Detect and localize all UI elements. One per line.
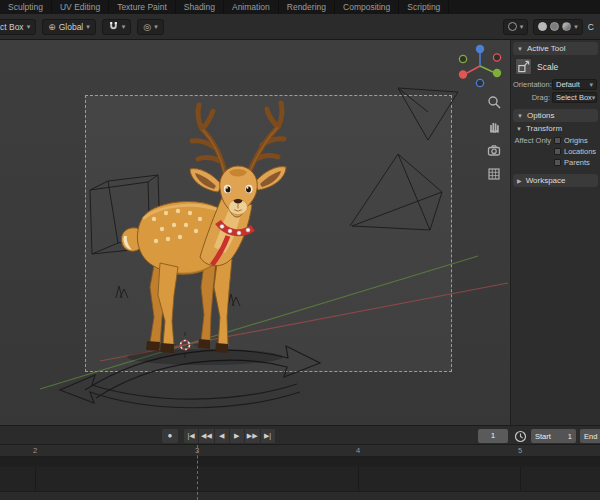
marker-dashed-line[interactable] bbox=[197, 445, 198, 500]
frame-start-field[interactable]: Start 1 bbox=[531, 429, 576, 443]
rendered-shading-icon[interactable] bbox=[562, 22, 571, 31]
parents-checkbox[interactable] bbox=[554, 159, 561, 166]
ortho-grid-icon[interactable] bbox=[486, 166, 502, 182]
panel-open-icon: ▼ bbox=[517, 113, 523, 119]
viewport-tool-column bbox=[486, 94, 502, 182]
chevron-down-icon: ▾ bbox=[574, 23, 578, 30]
dope-sheet-channel-strip bbox=[0, 491, 600, 500]
hoof bbox=[198, 339, 210, 349]
transform-subpanel-title: Transform bbox=[526, 124, 562, 133]
auto-key-record-button[interactable]: ● bbox=[162, 429, 178, 443]
cone-wireframe[interactable] bbox=[350, 154, 442, 230]
frame-tick-label: 2 bbox=[33, 446, 37, 455]
gizmo-y-axis[interactable] bbox=[493, 69, 501, 77]
frame-tick-label: 4 bbox=[356, 446, 360, 455]
magnet-icon bbox=[108, 21, 119, 32]
orientation-row: Orientation: Default ▾ bbox=[511, 78, 600, 91]
panel-options-header[interactable]: ▼ Options bbox=[513, 109, 598, 122]
gizmo-x-axis[interactable] bbox=[459, 70, 467, 78]
deer-shadow bbox=[127, 349, 283, 365]
frame-end-field[interactable]: End bbox=[580, 429, 600, 443]
tab-texture-paint[interactable]: Texture Paint bbox=[109, 0, 176, 14]
wireframe-shading-icon[interactable] bbox=[508, 22, 517, 31]
panel-open-icon: ▼ bbox=[517, 46, 523, 52]
zoom-icon[interactable] bbox=[486, 94, 502, 110]
dope-sheet-summary-band bbox=[0, 457, 600, 467]
timeline-header: ● |◀ ◀◀ ◀ ▶ ▶▶ ▶| 1 Start 1 End bbox=[0, 425, 600, 445]
end-label: End bbox=[584, 432, 597, 441]
chevron-down-icon: ▾ bbox=[86, 23, 90, 30]
play-reverse-button[interactable]: ◀ bbox=[215, 429, 230, 443]
show-gizmo-toggle-group[interactable]: ▾ bbox=[503, 19, 529, 35]
jump-end-button[interactable]: ▶| bbox=[261, 429, 276, 443]
snapping-dropdown[interactable]: ▾ bbox=[102, 19, 132, 35]
navigation-gizmo[interactable] bbox=[456, 42, 504, 90]
tab-animation[interactable]: Animation bbox=[224, 0, 279, 14]
drag-dropdown[interactable]: Select Box ▾ bbox=[552, 92, 597, 103]
frame-tick-label: 5 bbox=[518, 446, 522, 455]
start-label: Start bbox=[535, 432, 551, 441]
active-tool-panel-title: Active Tool bbox=[527, 44, 566, 53]
gizmo-z-axis[interactable] bbox=[476, 45, 484, 53]
affect-only-label: Affect Only bbox=[514, 136, 551, 145]
solid-shading-icon[interactable] bbox=[538, 22, 547, 31]
proportional-editing-dropdown[interactable]: ◎ ▾ bbox=[137, 19, 163, 35]
prev-keyframe-button[interactable]: ◀◀ bbox=[199, 429, 215, 443]
affect-locations-row: Locations bbox=[511, 146, 600, 157]
pan-hand-icon[interactable] bbox=[486, 118, 502, 134]
3d-viewport[interactable] bbox=[0, 40, 510, 425]
next-keyframe-button[interactable]: ▶▶ bbox=[245, 429, 261, 443]
transform-orientation-dropdown[interactable]: ⊕ Global ▾ bbox=[42, 19, 96, 35]
tool-settings-header: ct Box ▾ ⊕ Global ▾ ▾ ◎ ▾ ▾ ▾ C bbox=[0, 14, 600, 40]
panel-workspace-header[interactable]: ▶ Workspace bbox=[513, 174, 598, 187]
gizmo-neg-x-axis[interactable] bbox=[493, 54, 500, 61]
workspace-tab-bar: Sculpting UV Editing Texture Paint Shadi… bbox=[0, 0, 600, 14]
active-tool-name: Scale bbox=[537, 62, 558, 72]
current-frame-field[interactable]: 1 bbox=[478, 429, 508, 443]
hoof bbox=[146, 341, 160, 351]
start-value: 1 bbox=[568, 432, 572, 441]
transform-subpanel-header[interactable]: ▼ Transform bbox=[511, 122, 600, 135]
chevron-down-icon: ▾ bbox=[122, 23, 126, 30]
dope-sheet[interactable]: 2 3 4 5 bbox=[0, 445, 600, 500]
gizmo-neg-z-axis[interactable] bbox=[476, 79, 483, 86]
tab-sculpting[interactable]: Sculpting bbox=[0, 0, 52, 14]
frame-ruler[interactable]: 2 3 4 5 bbox=[0, 445, 600, 457]
proportional-editing-icon: ◎ bbox=[143, 22, 151, 32]
drag-value: Select Box bbox=[556, 93, 592, 102]
jump-start-button[interactable]: |◀ bbox=[184, 429, 199, 443]
small-cone-wireframe[interactable] bbox=[398, 88, 458, 140]
material-shading-icon[interactable] bbox=[550, 22, 559, 31]
orientation-value: Default bbox=[556, 80, 580, 89]
deer-model[interactable] bbox=[110, 95, 310, 370]
scale-tool-icon[interactable] bbox=[515, 58, 532, 75]
locations-checkbox[interactable] bbox=[554, 148, 561, 155]
origins-label: Origins bbox=[564, 136, 588, 145]
affect-parents-row: Parents bbox=[511, 157, 600, 168]
origins-checkbox[interactable] bbox=[554, 137, 561, 144]
camera-view-icon[interactable] bbox=[486, 142, 502, 158]
gizmo-neg-y-axis[interactable] bbox=[459, 55, 466, 62]
active-tool-dropdown-label: ct Box bbox=[0, 22, 24, 32]
chevron-down-icon: ▾ bbox=[592, 94, 596, 101]
chevron-down-icon: ▾ bbox=[154, 23, 158, 30]
preview-range-clock-icon[interactable] bbox=[514, 430, 527, 443]
viewport-shading-group: ▾ bbox=[533, 19, 583, 35]
hoof bbox=[160, 343, 174, 353]
tab-uv-editing[interactable]: UV Editing bbox=[52, 0, 109, 14]
tab-rendering[interactable]: Rendering bbox=[279, 0, 335, 14]
tab-shading[interactable]: Shading bbox=[176, 0, 224, 14]
orientation-dropdown[interactable]: Default ▾ bbox=[552, 79, 597, 90]
active-tool-dropdown[interactable]: ct Box ▾ bbox=[0, 19, 36, 35]
play-button[interactable]: ▶ bbox=[230, 429, 245, 443]
chevron-down-icon: ▾ bbox=[520, 23, 524, 30]
panel-closed-icon: ▶ bbox=[517, 178, 522, 184]
header-truncated-text: C bbox=[588, 22, 594, 32]
options-panel-title: Options bbox=[527, 111, 555, 120]
parents-label: Parents bbox=[564, 158, 590, 167]
locations-label: Locations bbox=[564, 147, 596, 156]
tab-scripting[interactable]: Scripting bbox=[399, 0, 449, 14]
panel-active-tool-header[interactable]: ▼ Active Tool bbox=[513, 42, 598, 55]
tab-compositing[interactable]: Compositing bbox=[335, 0, 399, 14]
chevron-down-icon: ▾ bbox=[27, 23, 31, 30]
